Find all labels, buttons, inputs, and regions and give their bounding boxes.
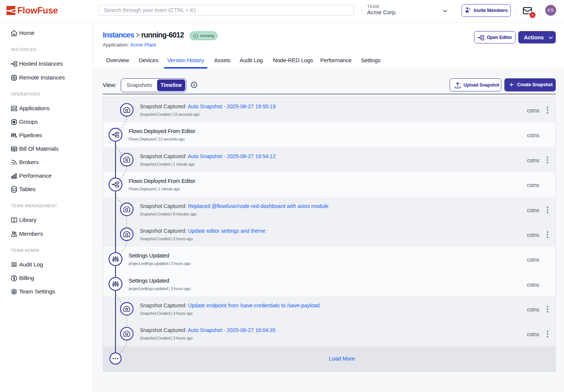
svg-text:$: $: [13, 276, 15, 280]
